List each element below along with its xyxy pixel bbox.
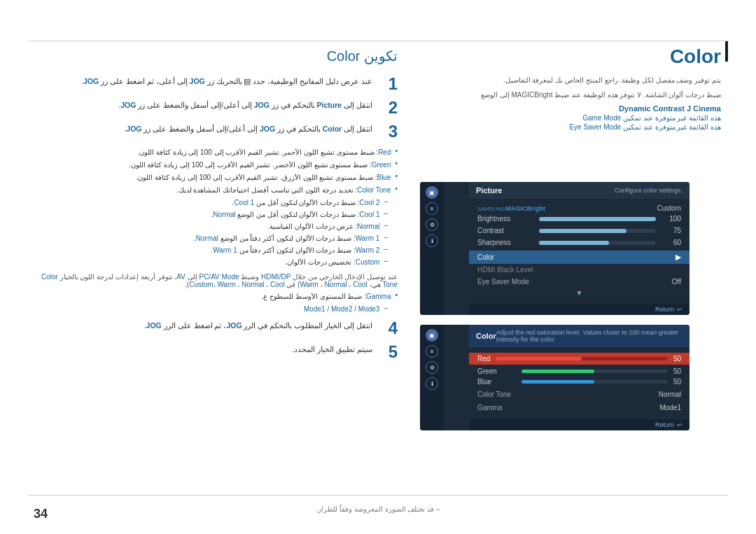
brightness-value: 100: [662, 215, 681, 223]
green-fill: [522, 370, 594, 373]
color-label: Color: [477, 253, 494, 261]
left-title-color: Color: [327, 48, 360, 64]
color-row-highlight[interactable]: Color ▶: [469, 251, 690, 264]
sub-bullet-modes: – Mode1 / Mode2 / Mode3: [34, 304, 388, 314]
bullet-red: • Red: ضبط مستوى تشبع اللون الأحمر. تشير…: [34, 147, 398, 157]
dynamic-contrast-title: Dynamic Contrast: [619, 104, 685, 113]
blue-bar-wrap: [522, 380, 668, 384]
sharpness-row: Sharpness 60: [477, 239, 681, 246]
picture-panel-header: Picture Configure color settings.: [469, 182, 690, 199]
magic-bright-row: SAMSUNGMAGICBright Custom: [477, 204, 681, 212]
bullet-text-green: Green: ضبط مستوى تشبع اللون الأخضر. تشير…: [129, 160, 391, 170]
step-5-num: 5: [378, 344, 398, 360]
eye-saver-value: Off: [672, 278, 681, 286]
left-title-arabic: تكوين: [360, 48, 398, 64]
step-2: 2 انتقل إلى Picture بالتحكم في زر JOG إل…: [34, 99, 398, 116]
sub-dot-cool1: –: [384, 209, 388, 217]
bullet-text-red: Red: ضبط مستوى تشبع اللون الأحمر. تشير ا…: [137, 147, 391, 157]
step-5-text: سيتم تطبيق الخيار المحدد.: [292, 344, 372, 356]
picture-panel-inner: ▣ ≡ ⚙ ℹ Picture Configure color settings…: [420, 182, 690, 315]
red-row[interactable]: Red 50: [469, 353, 690, 365]
info-icon-2: ℹ: [426, 377, 438, 390]
blue-label: Blue: [477, 378, 516, 386]
red-label: Red: [477, 355, 490, 363]
green-label: Green: [477, 367, 516, 375]
configure-text: Configure color settings.: [615, 187, 682, 194]
red-value: 50: [673, 355, 681, 363]
green-value: 50: [673, 367, 681, 375]
return-label-1: Return: [655, 306, 674, 313]
brightness-label: Brightness: [477, 215, 533, 223]
sub-bullet-cool2: – Cool 2: ضبط درجات الألوان لتكون أقل من…: [34, 197, 388, 208]
step-4: 4 انتقل إلى الخيار المطلوب بالتحكم في ال…: [34, 320, 398, 337]
bullet-text-blue: Blue: ضبط مستوى تشبع اللون الأزرق. تشير …: [136, 172, 391, 183]
sub-bullet-warm1: – Warm 1: ضبط درجات الألوان لتكون أكثر د…: [34, 233, 388, 244]
green-bar-wrap: [522, 370, 668, 373]
sub-dot-cool2: –: [384, 197, 388, 205]
sub-text-normal: Normal: عرض درجات الألوان القياسية.: [268, 221, 380, 232]
sub-text-warm2: Warm 2: ضبط درجات الألوان لتكون أكثر دفئ…: [211, 245, 379, 255]
step-4-num: 4: [378, 320, 398, 337]
brightness-bar: [539, 217, 656, 221]
bullet-dot-green: •: [395, 160, 398, 167]
cinema-label: J Cinema: [687, 104, 721, 113]
contrast-fill: [539, 229, 626, 233]
game-mode-label: Game Mode: [582, 114, 621, 122]
bullet-dot-red: •: [395, 147, 398, 155]
monitor-icon: ▣: [426, 186, 438, 199]
color-tone-label: Color Tone: [477, 391, 511, 398]
sub-text-custom: Custom: تخصيص درجات الألوان.: [285, 257, 379, 267]
sub-bullet-custom: – Custom: تخصيص درجات الألوان.: [34, 257, 388, 267]
bottom-footnote: – قد تختلف الصورة المعروضة وفقاً للطراز.: [0, 505, 756, 513]
scroll-indicator: ▼: [477, 288, 681, 298]
eye-saver-label: Eye Saver Mode: [569, 123, 621, 131]
green-row: Green 50: [477, 367, 681, 375]
hdmi-row: HDMI Black Level: [477, 264, 681, 276]
return-row-2: Return ↩: [469, 419, 690, 430]
accent-bar: [725, 41, 728, 62]
bullet-gamma: • Gamma: ضبط المستوى الأوسط للسطوح ع.: [34, 291, 398, 302]
brightness-fill: [539, 217, 656, 221]
sub-bullet-cool1: – Cool 1: ضبط درجات الألوان لتكون أقل من…: [34, 209, 388, 220]
bullet-colortone: • Color Tone: تحديد درجة اللون التي تناس…: [34, 185, 398, 195]
color-panel-inner: ▣ ≡ ⚙ ℹ Color Adjust the red saturation …: [420, 325, 690, 430]
sliders-icon: ≡: [426, 202, 438, 215]
picture-panel-body: SAMSUNGMAGICBright Custom Brightness 100: [469, 199, 690, 304]
step-1: 1 عند عرض دليل المفاتيح الوظيفية، حدد ▤ …: [34, 76, 398, 92]
hdmi-label: HDMI Black Level: [477, 266, 533, 274]
red-fill: [496, 357, 582, 360]
contrast-value: 75: [662, 227, 681, 234]
bullet-green: • Green: ضبط مستوى تشبع اللون الأخضر. تش…: [34, 160, 398, 170]
picture-panel-title: Picture: [476, 186, 502, 195]
monitors-area: ▣ ≡ ⚙ ℹ Picture Configure color settings…: [420, 182, 690, 440]
bottom-rule: [28, 495, 728, 496]
return-row-1: Return ↩: [469, 304, 690, 315]
bullet-dot-gamma: •: [395, 291, 398, 299]
gear-icon-2: ⚙: [426, 361, 438, 374]
sub-dot-warm2: –: [384, 245, 388, 253]
picture-panel-content: Picture Configure color settings. SAMSUN…: [469, 182, 690, 315]
gamma-label: Gamma: [477, 404, 503, 412]
sub-dot-normal: –: [384, 221, 388, 229]
blue-value: 50: [673, 378, 681, 386]
step-2-num: 2: [378, 99, 398, 116]
magic-bright-value: Custom: [657, 204, 681, 212]
color-arrow: ▶: [676, 253, 681, 262]
eye-saver-note-text: هذه القائمة غير متوفرة عند تمكين: [623, 123, 721, 131]
gamma-value: Mode1: [659, 404, 681, 412]
sub-dot-warm1: –: [384, 233, 388, 241]
step-3: 3 انتقل إلى Color بالتحكم في زر JOG إلى …: [34, 123, 398, 140]
color-tone-value: Normal: [659, 391, 681, 398]
brightness-row: Brightness 100: [477, 215, 681, 223]
return-arrow-2: ↩: [677, 421, 682, 428]
sub-text: ضبط درجات ألوان الشاشة. لا تتوفر هذه الو…: [455, 90, 721, 100]
gear-icon: ⚙: [426, 218, 438, 231]
step-2-text: انتقل إلى Picture بالتحكم في زر JOG إلى …: [118, 99, 372, 111]
step-4-text: انتقل إلى الخيار المطلوب بالتحكم في الزر…: [144, 320, 372, 332]
eye-saver-note: هذه القائمة غير متوفرة عند تمكين Eye Sav…: [455, 123, 721, 131]
sharpness-bar: [539, 241, 656, 245]
monitor-icon-2: ▣: [426, 329, 438, 342]
side-icons: ▣ ≡ ⚙ ℹ: [420, 182, 444, 315]
sub-bullet-warm2: – Warm 2: ضبط درجات الألوان لتكون أكثر د…: [34, 245, 388, 255]
page-title: Color: [455, 45, 721, 68]
